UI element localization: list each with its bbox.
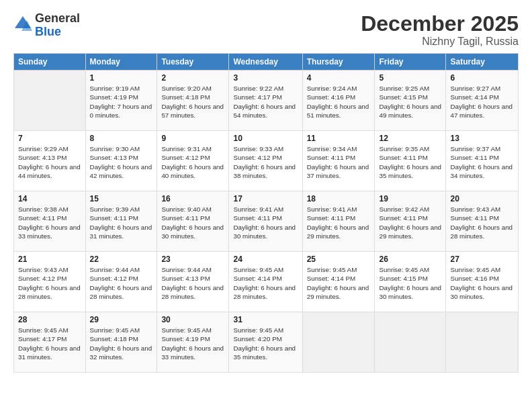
day-number: 7 xyxy=(18,134,81,143)
day-number: 17 xyxy=(233,194,298,203)
calendar-header-friday: Friday xyxy=(375,54,446,71)
cell-info: Sunrise: 9:40 AM Sunset: 4:11 PM Dayligh… xyxy=(161,205,224,240)
logo-blue-text: Blue xyxy=(35,26,80,39)
day-number: 21 xyxy=(18,255,81,264)
cell-info: Sunrise: 9:25 AM Sunset: 4:15 PM Dayligh… xyxy=(379,84,441,120)
calendar-cell xyxy=(302,312,375,373)
calendar-cell: 4Sunrise: 9:24 AM Sunset: 4:16 PM Daylig… xyxy=(302,71,375,131)
cell-info: Sunrise: 9:35 AM Sunset: 4:11 PM Dayligh… xyxy=(379,144,441,180)
header: General Blue December 2025 Nizhny Tagil,… xyxy=(13,12,519,48)
day-number: 24 xyxy=(233,255,298,264)
calendar-cell: 2Sunrise: 9:20 AM Sunset: 4:18 PM Daylig… xyxy=(157,71,229,131)
day-number: 6 xyxy=(450,73,514,83)
calendar-cell: 22Sunrise: 9:44 AM Sunset: 4:12 PM Dayli… xyxy=(85,252,157,312)
day-number: 9 xyxy=(161,134,224,143)
day-number: 15 xyxy=(90,194,153,203)
month-title: December 2025 xyxy=(361,12,519,36)
calendar-cell: 14Sunrise: 9:38 AM Sunset: 4:11 PM Dayli… xyxy=(14,191,86,252)
calendar-cell: 8Sunrise: 9:30 AM Sunset: 4:13 PM Daylig… xyxy=(85,131,157,191)
calendar-cell: 28Sunrise: 9:45 AM Sunset: 4:17 PM Dayli… xyxy=(14,312,86,373)
cell-info: Sunrise: 9:27 AM Sunset: 4:14 PM Dayligh… xyxy=(450,84,514,120)
day-number: 16 xyxy=(161,194,224,203)
logo-general-text: General xyxy=(35,12,80,26)
cell-info: Sunrise: 9:37 AM Sunset: 4:11 PM Dayligh… xyxy=(450,144,514,180)
calendar-cell xyxy=(14,71,86,131)
cell-info: Sunrise: 9:19 AM Sunset: 4:19 PM Dayligh… xyxy=(90,84,153,120)
day-number: 20 xyxy=(450,194,514,203)
cell-info: Sunrise: 9:45 AM Sunset: 4:15 PM Dayligh… xyxy=(379,265,441,301)
day-number: 29 xyxy=(90,315,153,324)
calendar-cell: 5Sunrise: 9:25 AM Sunset: 4:15 PM Daylig… xyxy=(375,71,446,131)
calendar-header-thursday: Thursday xyxy=(302,54,375,71)
calendar-cell: 25Sunrise: 9:45 AM Sunset: 4:14 PM Dayli… xyxy=(302,252,375,312)
calendar-cell: 30Sunrise: 9:45 AM Sunset: 4:19 PM Dayli… xyxy=(157,312,229,373)
day-number: 5 xyxy=(379,73,441,83)
day-number: 11 xyxy=(307,134,371,143)
day-number: 3 xyxy=(233,73,298,83)
cell-info: Sunrise: 9:45 AM Sunset: 4:19 PM Dayligh… xyxy=(161,326,224,361)
day-number: 23 xyxy=(161,255,224,264)
day-number: 31 xyxy=(233,315,298,324)
cell-info: Sunrise: 9:44 AM Sunset: 4:13 PM Dayligh… xyxy=(161,265,224,301)
calendar-cell: 20Sunrise: 9:43 AM Sunset: 4:11 PM Dayli… xyxy=(446,191,519,252)
cell-info: Sunrise: 9:45 AM Sunset: 4:17 PM Dayligh… xyxy=(18,326,81,361)
logo-icon xyxy=(13,15,32,34)
calendar-header-wednesday: Wednesday xyxy=(229,54,302,71)
cell-info: Sunrise: 9:22 AM Sunset: 4:17 PM Dayligh… xyxy=(233,84,298,120)
day-number: 25 xyxy=(307,255,371,264)
calendar-cell: 9Sunrise: 9:31 AM Sunset: 4:12 PM Daylig… xyxy=(157,131,229,191)
calendar-cell xyxy=(375,312,446,373)
day-number: 2 xyxy=(161,73,224,83)
calendar-cell: 19Sunrise: 9:42 AM Sunset: 4:11 PM Dayli… xyxy=(375,191,446,252)
calendar-week-row: 21Sunrise: 9:43 AM Sunset: 4:12 PM Dayli… xyxy=(14,252,519,312)
cell-info: Sunrise: 9:45 AM Sunset: 4:20 PM Dayligh… xyxy=(233,326,298,361)
calendar-table: SundayMondayTuesdayWednesdayThursdayFrid… xyxy=(13,53,519,373)
calendar-cell: 29Sunrise: 9:45 AM Sunset: 4:18 PM Dayli… xyxy=(85,312,157,373)
cell-info: Sunrise: 9:45 AM Sunset: 4:14 PM Dayligh… xyxy=(233,265,298,301)
calendar-cell: 26Sunrise: 9:45 AM Sunset: 4:15 PM Dayli… xyxy=(375,252,446,312)
cell-info: Sunrise: 9:39 AM Sunset: 4:11 PM Dayligh… xyxy=(90,205,153,240)
location-title: Nizhny Tagil, Russia xyxy=(361,36,519,48)
calendar-cell: 1Sunrise: 9:19 AM Sunset: 4:19 PM Daylig… xyxy=(85,71,157,131)
calendar-cell: 31Sunrise: 9:45 AM Sunset: 4:20 PM Dayli… xyxy=(229,312,302,373)
calendar-cell xyxy=(446,312,519,373)
day-number: 10 xyxy=(233,134,298,143)
day-number: 18 xyxy=(307,194,371,203)
title-block: December 2025 Nizhny Tagil, Russia xyxy=(361,12,519,48)
day-number: 26 xyxy=(379,255,441,264)
calendar-cell: 17Sunrise: 9:41 AM Sunset: 4:11 PM Dayli… xyxy=(229,191,302,252)
day-number: 13 xyxy=(450,134,514,143)
cell-info: Sunrise: 9:45 AM Sunset: 4:16 PM Dayligh… xyxy=(450,265,514,301)
calendar-cell: 23Sunrise: 9:44 AM Sunset: 4:13 PM Dayli… xyxy=(157,252,229,312)
calendar-cell: 13Sunrise: 9:37 AM Sunset: 4:11 PM Dayli… xyxy=(446,131,519,191)
calendar-header-monday: Monday xyxy=(85,54,157,71)
cell-info: Sunrise: 9:41 AM Sunset: 4:11 PM Dayligh… xyxy=(307,205,371,240)
calendar-cell: 10Sunrise: 9:33 AM Sunset: 4:12 PM Dayli… xyxy=(229,131,302,191)
calendar-cell: 3Sunrise: 9:22 AM Sunset: 4:17 PM Daylig… xyxy=(229,71,302,131)
day-number: 1 xyxy=(90,73,153,83)
day-number: 30 xyxy=(161,315,224,324)
cell-info: Sunrise: 9:44 AM Sunset: 4:12 PM Dayligh… xyxy=(90,265,153,301)
calendar-cell: 24Sunrise: 9:45 AM Sunset: 4:14 PM Dayli… xyxy=(229,252,302,312)
day-number: 22 xyxy=(90,255,153,264)
day-number: 19 xyxy=(379,194,441,203)
calendar-header-saturday: Saturday xyxy=(446,54,519,71)
cell-info: Sunrise: 9:42 AM Sunset: 4:11 PM Dayligh… xyxy=(379,205,441,240)
day-number: 14 xyxy=(18,194,81,203)
calendar-cell: 16Sunrise: 9:40 AM Sunset: 4:11 PM Dayli… xyxy=(157,191,229,252)
day-number: 27 xyxy=(450,255,514,264)
cell-info: Sunrise: 9:43 AM Sunset: 4:11 PM Dayligh… xyxy=(450,205,514,240)
cell-info: Sunrise: 9:33 AM Sunset: 4:12 PM Dayligh… xyxy=(233,144,298,180)
cell-info: Sunrise: 9:20 AM Sunset: 4:18 PM Dayligh… xyxy=(161,84,224,120)
cell-info: Sunrise: 9:24 AM Sunset: 4:16 PM Dayligh… xyxy=(307,84,371,120)
logo: General Blue xyxy=(13,12,80,39)
calendar-week-row: 28Sunrise: 9:45 AM Sunset: 4:17 PM Dayli… xyxy=(14,312,519,373)
cell-info: Sunrise: 9:34 AM Sunset: 4:11 PM Dayligh… xyxy=(307,144,371,180)
calendar-cell: 7Sunrise: 9:29 AM Sunset: 4:13 PM Daylig… xyxy=(14,131,86,191)
calendar-week-row: 1Sunrise: 9:19 AM Sunset: 4:19 PM Daylig… xyxy=(14,71,519,131)
calendar-cell: 12Sunrise: 9:35 AM Sunset: 4:11 PM Dayli… xyxy=(375,131,446,191)
calendar-cell: 15Sunrise: 9:39 AM Sunset: 4:11 PM Dayli… xyxy=(85,191,157,252)
day-number: 12 xyxy=(379,134,441,143)
calendar-header-tuesday: Tuesday xyxy=(157,54,229,71)
calendar-cell: 11Sunrise: 9:34 AM Sunset: 4:11 PM Dayli… xyxy=(302,131,375,191)
